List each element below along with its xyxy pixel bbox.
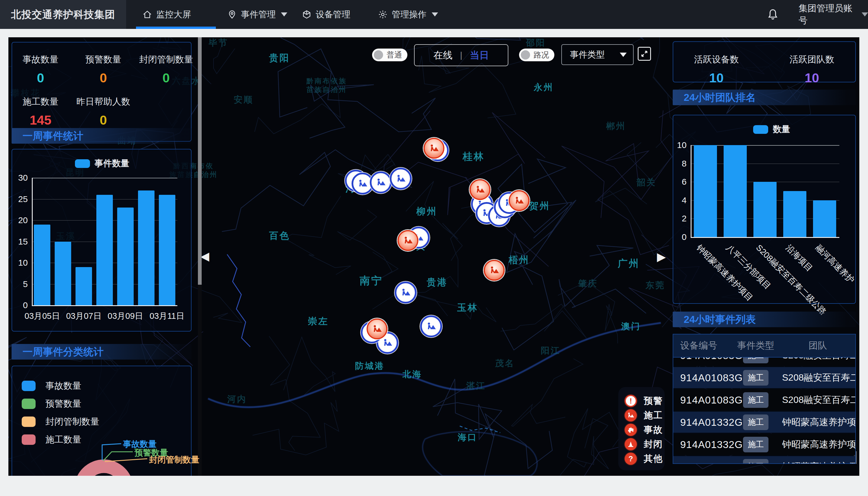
table-row[interactable]: 914A01332G施工钟昭蒙高速养护项目 xyxy=(673,434,855,455)
device-id: 914A01332G xyxy=(673,417,731,428)
collapse-right-arrow[interactable]: ▶ xyxy=(657,250,666,263)
bar[interactable] xyxy=(117,207,134,305)
construction-marker-red[interactable] xyxy=(484,260,505,281)
construction-marker-blue[interactable] xyxy=(395,281,417,304)
legend-item[interactable]: 预警数量 xyxy=(22,398,81,410)
toggle-knob xyxy=(374,50,383,60)
left-panel-scrollbar-track[interactable] xyxy=(198,37,202,476)
y-axis-tick: 10 xyxy=(669,140,687,150)
y-axis-tick: 4 xyxy=(669,196,687,205)
bar[interactable] xyxy=(96,195,113,305)
construction-icon xyxy=(625,409,637,421)
section-title: 一周事件分类统计 xyxy=(23,345,104,359)
fullscreen-button[interactable] xyxy=(638,47,651,61)
x-axis xyxy=(32,305,177,306)
nav-item-devices[interactable]: 设备管理 xyxy=(302,0,350,29)
account-menu[interactable]: 集团管理员账号 xyxy=(798,0,868,29)
bar[interactable] xyxy=(55,242,71,306)
event-table-rows[interactable]: 914A01083G施工S208融安至百寿二级914A01083G施工S208融… xyxy=(673,357,855,463)
construction-marker-red[interactable] xyxy=(366,319,387,339)
stat-label: 事故数量 xyxy=(23,53,58,66)
event-type-badge: 施工 xyxy=(743,415,768,430)
gridline xyxy=(32,178,177,179)
chevron-down-icon xyxy=(862,12,868,16)
table-row[interactable]: 914A01332G施工钟昭蒙高速养护项目 xyxy=(673,456,855,463)
bar[interactable] xyxy=(783,191,806,237)
map-city-label: 阳江 xyxy=(541,345,560,356)
y-axis-tick: 10 xyxy=(11,258,28,268)
team-rank-chart: 数量 0246810钟昭蒙高速养护项目八平三分部项目S208融安至百寿二级公路沿… xyxy=(673,115,856,304)
legend-label: 数量 xyxy=(773,123,790,135)
table-row[interactable]: 914A01083G施工S208融安至百寿二级 xyxy=(673,367,855,388)
nav-item-admin[interactable]: 管理操作 xyxy=(378,0,438,29)
table-row[interactable]: 914A01332G施工钟昭蒙高速养护项目 xyxy=(673,412,855,433)
table-row[interactable]: 914A01083G施工S208融安至百寿二级 xyxy=(673,357,855,366)
mode-separator: | xyxy=(460,50,462,60)
dashboard-stage: 毕节邵阳贵阳六盘水安顺黔南布依族苗族自治州永州郴州曲靖黔西南布依族苗族自治州昆明… xyxy=(9,37,859,476)
y-axis xyxy=(691,145,691,237)
bar[interactable] xyxy=(159,195,175,305)
map-city-label: 郴州 xyxy=(606,121,626,131)
x-axis-label: 03月09日 xyxy=(108,310,143,322)
map-city-label: 桂林 xyxy=(463,150,485,163)
bar[interactable] xyxy=(76,267,92,305)
bar[interactable] xyxy=(813,200,836,237)
chart-legend[interactable]: 事件数量 xyxy=(75,157,129,169)
legend-label: 预警数量 xyxy=(45,398,81,410)
legend-swatch xyxy=(75,159,90,168)
normal-map-toggle[interactable]: 普通 xyxy=(372,49,407,61)
bar[interactable] xyxy=(138,190,154,305)
map-city-label: 玉林 xyxy=(457,302,478,313)
y-axis-tick: 0 xyxy=(669,232,687,242)
construction-marker-red[interactable] xyxy=(509,190,529,211)
toggle-label: 普通 xyxy=(387,50,402,60)
stat-label: 预警数量 xyxy=(85,53,121,66)
construction-marker-red[interactable] xyxy=(423,138,445,159)
legend-item[interactable]: 施工数量 xyxy=(22,434,81,446)
chart-legend[interactable]: 数量 xyxy=(753,123,790,135)
mode-online[interactable]: 在线 xyxy=(433,49,452,62)
nav-item-events[interactable]: 事件管理 xyxy=(227,0,287,29)
collapse-left-arrow[interactable]: ◀ xyxy=(200,249,209,263)
event-type-dropdown[interactable]: 事件类型 xyxy=(561,44,634,65)
construction-marker-red[interactable] xyxy=(469,179,490,200)
x-axis-label: 03月11日 xyxy=(150,310,184,322)
left-panel-scrollbar-thumb[interactable] xyxy=(198,37,202,285)
legend-item: ! 预警 xyxy=(625,394,663,407)
pie-slice-construction xyxy=(81,466,127,476)
traffic-toggle[interactable]: 路况 xyxy=(519,49,554,61)
construction-marker-red[interactable] xyxy=(398,230,418,251)
legend-label: 其他 xyxy=(644,453,663,465)
class-chart-header: 一周事件分类统计 xyxy=(12,344,192,360)
nav-item-monitor[interactable]: 监控大屏 xyxy=(143,0,191,29)
legend-label: 事故 xyxy=(644,424,663,436)
construction-marker-blue[interactable] xyxy=(370,171,392,193)
device-id: 914A01083G xyxy=(673,394,731,406)
stat-value: 0 xyxy=(162,71,169,86)
bar[interactable] xyxy=(724,145,747,237)
y-axis-tick: 2 xyxy=(669,214,687,223)
legend-swatch xyxy=(22,417,35,427)
map-city-label: 柳州 xyxy=(416,205,437,217)
bell-icon[interactable] xyxy=(766,7,779,21)
rank-header: 24小时团队排名 xyxy=(673,90,856,105)
device-id: 914A01332G xyxy=(673,439,731,450)
other-icon: ? xyxy=(625,453,637,465)
construction-marker-blue[interactable] xyxy=(390,168,412,190)
mode-today[interactable]: 当日 xyxy=(470,49,489,62)
bar[interactable] xyxy=(694,145,717,237)
legend-item[interactable]: 事故数量 xyxy=(22,380,81,392)
map-city-label: 贵阳 xyxy=(269,52,290,64)
event-type-badge: 施工 xyxy=(743,370,768,386)
pie-callout: 封闭管制数量 xyxy=(149,454,199,466)
team-name: S208融安至百寿二级 xyxy=(780,357,855,362)
team-name: 钟昭蒙高速养护项目 xyxy=(780,438,855,451)
map-city-label: 海口 xyxy=(458,432,477,443)
device-id: 914A01332G xyxy=(673,461,731,464)
table-row[interactable]: 914A01083G施工S208融安至百寿二级 xyxy=(673,389,855,410)
construction-marker-blue[interactable] xyxy=(420,315,442,337)
bar[interactable] xyxy=(753,182,777,237)
bar[interactable] xyxy=(34,224,50,305)
legend-item[interactable]: 封闭管制数量 xyxy=(22,416,99,428)
mode-switch[interactable]: 在线 | 当日 xyxy=(414,44,508,66)
